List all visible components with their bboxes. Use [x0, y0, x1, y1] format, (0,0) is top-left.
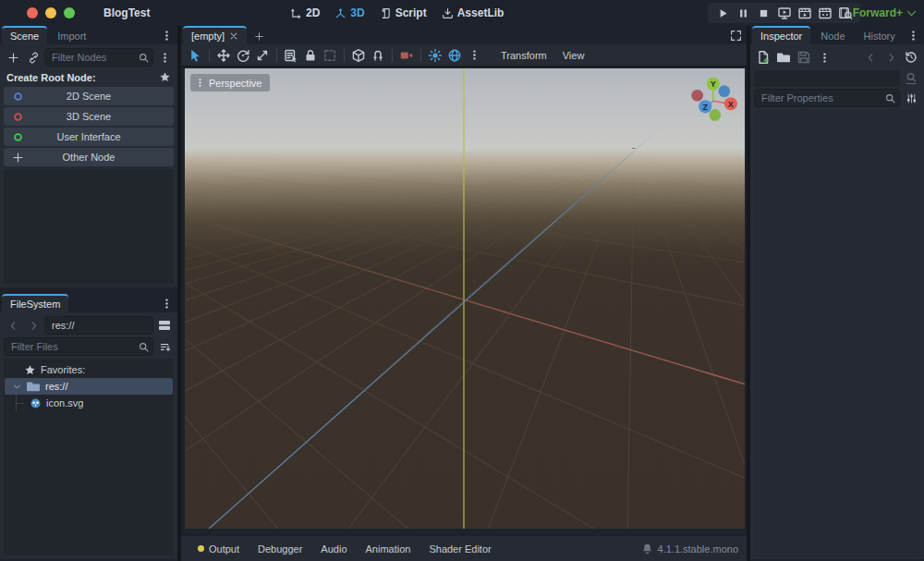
tab-history[interactable]: History: [856, 26, 904, 44]
bottom-panel-splitter[interactable]: [181, 529, 747, 536]
gizmo-neg-z-ball[interactable]: [719, 85, 731, 97]
chevron-right-icon: [885, 52, 897, 64]
file-tree: Favorites: res:// icon.svg: [4, 359, 174, 555]
notifications-bell-icon[interactable]: [641, 543, 653, 555]
output-panel-button[interactable]: Output: [189, 539, 248, 558]
tab-node[interactable]: Node: [812, 26, 853, 44]
view-menu[interactable]: View: [555, 46, 592, 65]
view-axis-gizmo[interactable]: Y X Z: [691, 78, 737, 121]
sun-environment-settings-button[interactable]: [465, 46, 483, 65]
history-back-button[interactable]: [4, 316, 22, 335]
play-remote-button[interactable]: [777, 6, 791, 20]
play-scene-button[interactable]: [797, 6, 811, 20]
stop-button[interactable]: [757, 6, 771, 20]
object-history-button[interactable]: [902, 48, 920, 67]
scale-icon: [255, 48, 270, 63]
3d-viewport[interactable]: Y X Z Perspective: [185, 68, 745, 529]
edited-object-row: [752, 69, 922, 88]
add-node-button[interactable]: [4, 48, 22, 67]
open-docs-button[interactable]: [902, 69, 920, 88]
gizmo-neg-y-ball[interactable]: [709, 109, 721, 121]
workspace-3d-button[interactable]: 3D: [329, 3, 370, 23]
save-icon: [796, 50, 811, 65]
property-filter-options-button[interactable]: [902, 89, 920, 107]
icon-svg-row[interactable]: icon.svg: [4, 395, 174, 411]
filesystem-menu-icon[interactable]: [161, 298, 173, 310]
load-resource-button[interactable]: [774, 48, 793, 67]
edit-next-object-button[interactable]: [881, 48, 900, 67]
instantiate-scene-button[interactable]: [24, 48, 43, 67]
collapse-twisty-icon[interactable]: [12, 383, 21, 391]
scene-tree-empty-area[interactable]: [4, 169, 174, 284]
tab-import[interactable]: Import: [49, 26, 94, 44]
folder-icon: [776, 50, 791, 65]
filter-files-input[interactable]: [4, 337, 153, 356]
list-select-button[interactable]: [282, 46, 300, 65]
movie-maker-button[interactable]: [838, 6, 852, 20]
transform-menu-label: Transform: [501, 50, 547, 61]
filter-properties-input[interactable]: [754, 89, 900, 107]
tab-filesystem[interactable]: FileSystem: [2, 294, 68, 312]
workspace-script-button[interactable]: Script: [374, 3, 432, 23]
current-path-field[interactable]: [44, 316, 153, 335]
use-local-space-button[interactable]: [349, 46, 368, 65]
shader-editor-panel-button[interactable]: Shader Editor: [420, 539, 499, 558]
inspector-panel: [750, 44, 924, 559]
close-tab-icon[interactable]: [229, 31, 238, 41]
new-resource-button[interactable]: [754, 48, 772, 67]
create-other-node-button[interactable]: Other Node: [4, 148, 174, 166]
chevron-down-icon: [906, 7, 918, 19]
scale-mode-button[interactable]: [253, 46, 272, 65]
debugger-label: Debugger: [258, 543, 302, 555]
edited-object-name-area: [754, 70, 900, 87]
file-sort-button[interactable]: [155, 337, 174, 356]
create-user-interface-button[interactable]: User Interface: [4, 128, 174, 146]
play-custom-scene-button[interactable]: [818, 6, 832, 20]
use-snap-button[interactable]: [369, 46, 387, 65]
toggle-split-mode-button[interactable]: [155, 316, 174, 335]
tab-inspector[interactable]: Inspector: [752, 26, 810, 44]
node3d-ring-icon: [12, 111, 24, 123]
edit-prev-object-button[interactable]: [861, 48, 880, 67]
preview-sun-button[interactable]: [426, 46, 444, 65]
move-mode-button[interactable]: [214, 46, 233, 65]
camera-override-button[interactable]: [397, 46, 416, 65]
favorites-row[interactable]: Favorites:: [4, 361, 174, 378]
resource-extra-menu-button[interactable]: [815, 48, 833, 67]
history-forward-button[interactable]: [24, 316, 43, 335]
play-button[interactable]: [716, 6, 730, 20]
distraction-free-icon[interactable]: [730, 30, 742, 42]
gizmo-neg-x-ball[interactable]: [691, 90, 703, 102]
save-resource-button[interactable]: [795, 48, 813, 67]
left-dock-splitter[interactable]: [0, 287, 177, 294]
res-root-row[interactable]: res://: [5, 378, 173, 395]
transform-menu[interactable]: Transform: [493, 46, 554, 65]
animation-panel-button[interactable]: Animation: [358, 539, 419, 558]
group-selected-button[interactable]: [321, 46, 339, 65]
select-cursor-icon: [188, 48, 202, 63]
rotate-mode-button[interactable]: [234, 46, 252, 65]
favorites-star-icon[interactable]: [159, 71, 171, 83]
lock-selected-button[interactable]: [301, 46, 320, 65]
create-2d-scene-button[interactable]: 2D Scene: [4, 87, 174, 105]
zoom-window-button[interactable]: [64, 7, 75, 18]
preview-environment-button[interactable]: [445, 46, 464, 65]
scene-tab-empty[interactable]: [empty]: [183, 26, 247, 44]
scene-tree-menu-button[interactable]: [155, 48, 174, 67]
workspace-assetlib-button[interactable]: AssetLib: [436, 3, 510, 23]
workspace-2d-button[interactable]: 2D: [285, 3, 325, 23]
new-scene-tab-button[interactable]: [249, 26, 270, 44]
audio-panel-button[interactable]: Audio: [312, 539, 355, 558]
tab-scene[interactable]: Scene: [2, 26, 47, 44]
close-window-button[interactable]: [27, 7, 38, 18]
scene-dock-menu-icon[interactable]: [161, 30, 173, 42]
renderer-dropdown[interactable]: Forward+: [853, 0, 918, 26]
inspector-dock-menu-icon[interactable]: [907, 30, 919, 42]
select-mode-button[interactable]: [186, 46, 204, 65]
pause-button[interactable]: [736, 6, 750, 20]
perspective-menu-button[interactable]: Perspective: [190, 74, 270, 91]
debugger-panel-button[interactable]: Debugger: [249, 539, 310, 558]
create-3d-scene-button[interactable]: 3D Scene: [4, 107, 174, 126]
minimize-window-button[interactable]: [45, 7, 56, 18]
clapperboard-play-icon: [797, 6, 812, 20]
